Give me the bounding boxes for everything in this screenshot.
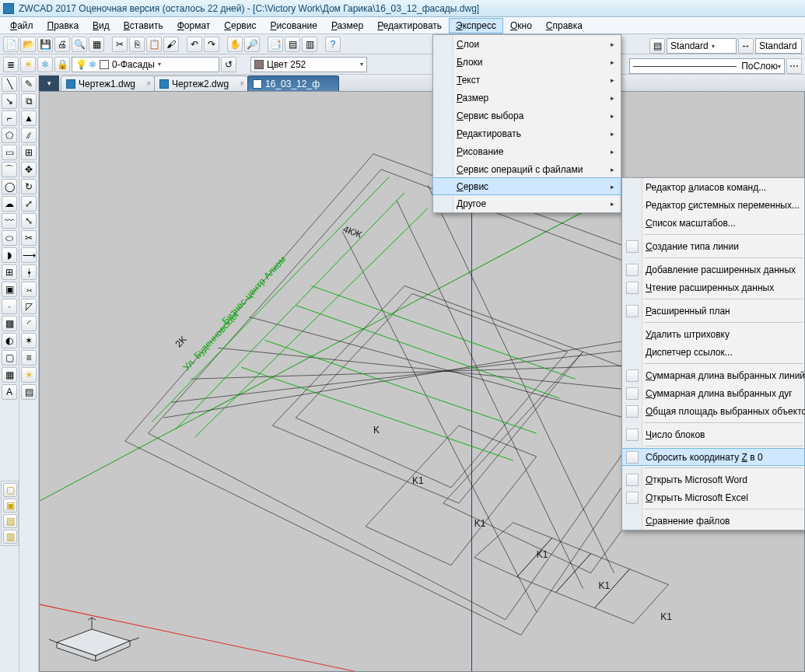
- textstyle-icon[interactable]: ▤: [649, 38, 665, 54]
- cut-icon[interactable]: ✂: [112, 37, 128, 52]
- service-item[interactable]: Список масштабов...: [622, 214, 804, 232]
- sun2-icon[interactable]: ☀: [21, 367, 37, 383]
- redo-icon[interactable]: ↷: [204, 37, 219, 52]
- express-item[interactable]: Текст▸: [433, 71, 621, 89]
- express-item[interactable]: Другое▸: [433, 194, 621, 212]
- dimstyle-icon[interactable]: ↔: [738, 38, 754, 54]
- menu-сервис[interactable]: Сервис: [217, 18, 263, 33]
- service-item[interactable]: Добавление расширенных данных: [622, 261, 804, 278]
- zoom-icon[interactable]: 🔎: [244, 37, 260, 52]
- service-item[interactable]: Удалить штриховку: [622, 325, 804, 343]
- hatch-icon[interactable]: ▩: [2, 316, 17, 331]
- express-item[interactable]: Блоки▸: [433, 53, 621, 71]
- sun-icon[interactable]: ☀: [20, 57, 36, 72]
- polyline-icon[interactable]: ⌐: [2, 110, 17, 126]
- menu-окно[interactable]: Окно: [503, 18, 539, 33]
- menu-размер[interactable]: Размер: [324, 18, 370, 33]
- region-icon[interactable]: ▢: [2, 350, 17, 366]
- menu-редактировать[interactable]: Редактировать: [370, 18, 449, 33]
- paste-icon[interactable]: 📋: [146, 37, 162, 52]
- linetype-combo[interactable]: ПоСлою ▾: [629, 58, 785, 74]
- chamfer-icon[interactable]: ◸: [21, 299, 37, 314]
- explode-icon[interactable]: ✶: [21, 333, 37, 348]
- array-icon[interactable]: ⊞: [21, 145, 37, 160]
- designcenter-icon[interactable]: ▤: [285, 37, 300, 52]
- service-item[interactable]: Открыть Microsoft Word: [622, 471, 804, 488]
- copy-icon[interactable]: ⎘: [129, 37, 145, 52]
- service-item[interactable]: Суммарная длина выбранных линий: [622, 366, 804, 384]
- service-item[interactable]: Чтение расширенных данных: [622, 278, 804, 296]
- view-cube[interactable]: [49, 615, 142, 662]
- express-item[interactable]: Сервис▸: [432, 177, 621, 195]
- polygon-icon[interactable]: ⬠: [2, 128, 17, 143]
- service-item[interactable]: Редактор алиасов команд...: [622, 178, 804, 196]
- below-icon[interactable]: ▥: [3, 530, 17, 544]
- close-icon[interactable]: ×: [146, 79, 151, 88]
- express-item[interactable]: Сервис выбора▸: [433, 107, 621, 124]
- layer-combo[interactable]: 💡❄ 0-Фасады ▾: [72, 57, 219, 72]
- table-icon[interactable]: ▦: [2, 367, 17, 383]
- express-menu[interactable]: Слои▸Блоки▸Текст▸Размер▸Сервис выбора▸Ре…: [432, 34, 621, 213]
- undo-icon[interactable]: ↶: [187, 37, 202, 52]
- menu-справка[interactable]: Справка: [539, 18, 590, 33]
- ellipsearc-icon[interactable]: ◗: [2, 247, 17, 263]
- line-icon[interactable]: ╲: [2, 76, 17, 92]
- trim-icon[interactable]: ✂: [21, 230, 37, 246]
- tab-nav-icon[interactable]: ▾: [39, 75, 59, 91]
- menu-вставить[interactable]: Вставить: [117, 18, 170, 33]
- tab-doc2[interactable]: Чертеж2.dwg ×: [154, 75, 248, 91]
- print-icon[interactable]: 🖨: [54, 37, 70, 52]
- open-icon[interactable]: 📂: [20, 37, 36, 52]
- menu-формат[interactable]: Формат: [170, 18, 218, 33]
- service-item[interactable]: Суммарная длина выбранных дуг: [622, 384, 804, 402]
- erase-icon[interactable]: ✎: [21, 76, 37, 92]
- extend-icon[interactable]: ⟶: [21, 247, 37, 263]
- express-item[interactable]: Размер▸: [433, 89, 621, 107]
- service-item[interactable]: Открыть Microsoft Excel: [622, 488, 804, 506]
- move-icon[interactable]: ✥: [21, 162, 37, 177]
- express-item[interactable]: Редактировать▸: [433, 124, 621, 142]
- help-icon[interactable]: ?: [325, 37, 341, 52]
- break-icon[interactable]: ⍿: [21, 264, 37, 280]
- menu-файл[interactable]: Файл: [3, 18, 40, 33]
- service-item[interactable]: Диспетчер ссылок...: [622, 343, 804, 361]
- plot-icon[interactable]: ▦: [89, 37, 104, 52]
- menu-экспресс[interactable]: Экспресс: [449, 18, 503, 33]
- menu-рисование[interactable]: Рисование: [263, 18, 324, 33]
- offset-icon[interactable]: ⫽: [21, 128, 37, 143]
- freeze-icon[interactable]: ❄: [37, 57, 53, 72]
- service-item[interactable]: Создание типа линии: [622, 237, 804, 255]
- save-icon[interactable]: 💾: [37, 37, 53, 52]
- copy2-icon[interactable]: ⧉: [21, 93, 37, 109]
- color-combo[interactable]: Цвет 252 ▾: [250, 57, 367, 72]
- tab-doc1[interactable]: Чертеж1.dwg ×: [61, 75, 155, 91]
- revcloud-icon[interactable]: ☁: [2, 196, 17, 212]
- front-icon[interactable]: ▢: [3, 483, 17, 497]
- circle-icon[interactable]: ◯: [2, 179, 17, 194]
- mirror-icon[interactable]: ▲: [21, 110, 37, 126]
- join-icon[interactable]: ⟗: [21, 282, 37, 297]
- service-item[interactable]: Сбросить координату Z в 0: [621, 448, 805, 466]
- ray-icon[interactable]: ↘: [2, 93, 17, 109]
- linetype-btn1[interactable]: ⋯: [786, 58, 802, 74]
- express-item[interactable]: Слои▸: [433, 35, 621, 53]
- express-item[interactable]: Сервис операций с файлами▸: [433, 160, 621, 178]
- lock-icon[interactable]: 🔒: [54, 57, 70, 72]
- service-item[interactable]: Общая площадь выбранных объектов: [622, 402, 804, 420]
- arc-icon[interactable]: ⌒: [2, 162, 17, 177]
- props-icon[interactable]: 📑: [268, 37, 283, 52]
- tab-doc3[interactable]: 16_03_12_ф: [247, 75, 339, 91]
- service-item[interactable]: Редактор системных переменных...: [622, 196, 804, 214]
- mtext-icon[interactable]: A: [2, 384, 17, 400]
- block-icon[interactable]: ▣: [2, 282, 17, 297]
- new-icon[interactable]: 📄: [3, 37, 19, 52]
- textstyle-combo[interactable]: Standard▾: [667, 38, 737, 54]
- prop2-icon[interactable]: ▤: [21, 384, 37, 400]
- layerprev-icon[interactable]: ↺: [221, 57, 236, 72]
- preview-icon[interactable]: 🔍: [72, 37, 87, 52]
- gradient-icon[interactable]: ◐: [2, 333, 17, 348]
- scale-icon[interactable]: ⤢: [21, 196, 37, 212]
- layermgr-icon[interactable]: ≣: [3, 57, 19, 72]
- spline-icon[interactable]: 〰: [2, 213, 17, 229]
- rotate-icon[interactable]: ↻: [21, 179, 37, 194]
